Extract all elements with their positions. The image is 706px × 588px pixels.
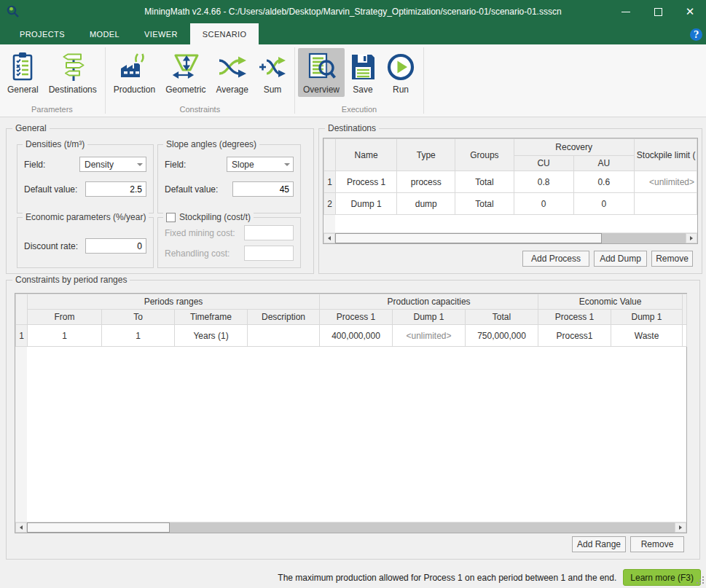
cell-ev-process1[interactable]: Process1 (538, 325, 611, 347)
ribbon-separator (294, 47, 295, 114)
density-default-input[interactable] (85, 181, 146, 197)
cell-stockpile[interactable] (634, 193, 697, 215)
learn-more-button[interactable]: Learn more (F3) (623, 569, 701, 586)
row-number[interactable]: 1 (324, 171, 336, 193)
rehandling-cost-input[interactable] (244, 246, 294, 261)
scroll-thumb[interactable] (335, 233, 602, 243)
col-header-description: Description (248, 310, 320, 325)
cell-process1-capacity[interactable]: 400,000,000 (320, 325, 393, 347)
scroll-thumb[interactable] (27, 522, 170, 533)
add-range-button[interactable]: Add Range (572, 536, 626, 552)
cell-cu[interactable]: 0 (514, 193, 573, 215)
production-button[interactable]: Production (109, 48, 160, 97)
overview-button[interactable]: Overview (298, 48, 345, 97)
cell-au[interactable]: 0.6 (573, 171, 634, 193)
scroll-track[interactable] (335, 233, 686, 243)
resize-grip[interactable] (696, 576, 705, 587)
table-empty-area (15, 347, 686, 522)
cell-name[interactable]: Dump 1 (336, 193, 397, 215)
row-number[interactable]: 1 (16, 325, 28, 347)
constraints-hscrollbar[interactable] (15, 522, 686, 533)
right-arrow-icon (679, 525, 682, 530)
stockpiling-checkbox[interactable] (166, 213, 176, 222)
fixed-mining-cost-input[interactable] (244, 225, 294, 240)
density-field-select[interactable]: Density (79, 157, 146, 172)
cell-from[interactable]: 1 (28, 325, 102, 347)
add-dump-button[interactable]: Add Dump (594, 251, 647, 267)
run-button[interactable]: Run (381, 48, 420, 97)
fixed-mining-cost-label: Fixed mining cost: (165, 228, 235, 238)
group-header-economic-value: Economic Value (538, 294, 683, 310)
sum-button-label: Sum (264, 85, 282, 95)
destinations-button[interactable]: Destinations (44, 48, 102, 97)
constraints-row-1: 1 1 1 Years (1) 400,000,000 <unlimited> … (16, 325, 687, 347)
help-button[interactable]: ? (690, 28, 702, 41)
cell-name[interactable]: Process 1 (336, 171, 397, 193)
truncated-column (683, 294, 687, 325)
stockpiling-box: Stockpiling (cost/t) Fixed mining cost: … (157, 217, 301, 268)
remove-range-button[interactable]: Remove (630, 536, 684, 552)
slope-field-label: Field: (165, 160, 186, 170)
discount-rate-input[interactable] (85, 238, 146, 254)
cell-groups[interactable]: Total (455, 193, 514, 215)
save-button[interactable]: Save (345, 48, 381, 97)
destinations-button-label: Destinations (49, 85, 97, 95)
scroll-left-arrow[interactable] (15, 522, 27, 533)
col-header-ev-dump1: Dump 1 (611, 310, 683, 325)
tab-projects[interactable]: PROJECTS (7, 23, 77, 44)
close-button[interactable]: ✕ (674, 0, 706, 23)
ribbon-separator (105, 47, 106, 114)
tab-viewer[interactable]: VIEWER (132, 23, 190, 44)
density-default-label: Default value: (24, 184, 77, 195)
sum-button[interactable]: Sum (254, 48, 291, 97)
cell-description[interactable] (248, 325, 320, 347)
constraints-table: Periods ranges Production capacities Eco… (15, 293, 687, 533)
cell-groups[interactable]: Total (455, 171, 514, 193)
menu-bar: PROJECTS MODEL VIEWER SCENARIO ? (0, 23, 706, 44)
slope-field-select[interactable]: Slope (227, 157, 294, 172)
table-empty-area (323, 215, 697, 232)
ribbon-group-execution: Overview Save (296, 44, 423, 117)
cell-stockpile[interactable]: <unlimited> (634, 171, 697, 193)
minimize-button[interactable] (610, 0, 642, 23)
slope-angles-box-label: Slope angles (degrees) (163, 139, 259, 149)
scroll-track[interactable] (27, 522, 675, 533)
cell-timeframe[interactable]: Years (1) (175, 325, 248, 347)
cell-ev-dump1[interactable]: Waste (611, 325, 683, 347)
density-field-label: Field: (24, 160, 45, 170)
destinations-groupbox: Destinations Name Type Groups Recovery S… (318, 128, 702, 274)
scroll-right-arrow[interactable] (686, 233, 697, 243)
cell-au[interactable]: 0 (573, 193, 634, 215)
remove-destination-button[interactable]: Remove (651, 251, 693, 267)
status-bar: The maximum production allowed for Proce… (0, 567, 706, 588)
average-button[interactable]: Average (211, 48, 253, 97)
chevron-down-icon (137, 163, 143, 166)
cell-dump1-capacity[interactable]: <unlimited> (393, 325, 466, 347)
cell-total-capacity[interactable]: 750,000,000 (466, 325, 538, 347)
production-button-label: Production (114, 85, 155, 95)
row-number[interactable]: 2 (324, 193, 336, 215)
col-header-au: AU (573, 156, 634, 171)
destinations-hscrollbar[interactable] (323, 232, 697, 243)
scroll-left-arrow[interactable] (323, 233, 335, 243)
col-header-cu: CU (514, 156, 573, 171)
geometric-button[interactable]: Geometric (160, 48, 211, 97)
tab-scenario[interactable]: SCENARIO (190, 23, 259, 44)
title-bar: MiningMath v2.4.66 - C:/Users/aldeb/Desk… (0, 0, 706, 23)
cell-truncated (683, 325, 687, 347)
tab-model[interactable]: MODEL (77, 23, 132, 44)
economic-parameters-box-label: Economic parameters (%/year) (23, 212, 149, 222)
corner-header (324, 139, 336, 171)
cell-type[interactable]: dump (397, 193, 455, 215)
add-process-button[interactable]: Add Process (522, 251, 589, 267)
col-header-groups: Groups (455, 139, 514, 171)
scroll-right-arrow[interactable] (675, 522, 686, 533)
ribbon-group-label-parameters: Parameters (2, 105, 102, 117)
destinations-row-1: 1 Process 1 process Total 0.8 0.6 <unlim… (324, 171, 697, 193)
cell-type[interactable]: process (397, 171, 455, 193)
cell-to[interactable]: 1 (102, 325, 175, 347)
cell-cu[interactable]: 0.8 (514, 171, 573, 193)
slope-default-input[interactable] (232, 181, 294, 197)
general-button[interactable]: General (2, 48, 44, 97)
maximize-button[interactable] (642, 0, 674, 23)
